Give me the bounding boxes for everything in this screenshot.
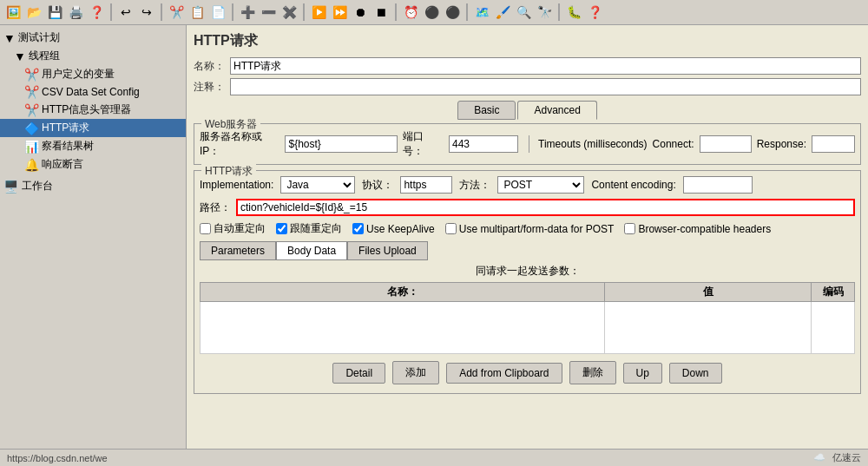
sidebar-item-http-request[interactable]: 🔷 HTTP请求 (0, 119, 186, 137)
toolbar-btn-play[interactable]: ▶️ (309, 3, 328, 22)
toolbar-btn-open[interactable]: 📂 (24, 3, 43, 22)
toolbar-btn-telescope[interactable]: 🔭 (535, 3, 554, 22)
sidebar-item-assertion[interactable]: 🔔 响应断言 (0, 155, 186, 174)
content-area: HTTP请求 名称： 注释： Basic Advanced Web服务器 服务器… (187, 25, 868, 449)
cb-follow-redirect[interactable]: 跟随重定向 (276, 221, 342, 236)
toolbar-btn-map[interactable]: 🗺️ (472, 3, 491, 22)
tab-parameters[interactable]: Parameters (200, 241, 276, 260)
params-table: 名称： 值 编码 (200, 282, 855, 354)
separator2 (161, 3, 162, 21)
cb-multipart-input[interactable] (445, 223, 457, 234)
sidebar-item-user-vars[interactable]: ✂️ 用户定义的变量 (0, 65, 186, 83)
sidebar-item-header-manager[interactable]: ✂️ HTTP信息头管理器 (0, 101, 186, 119)
toolbar-btn-save[interactable]: 💾 (45, 3, 64, 22)
toolbar-btn-stop[interactable]: ⏹ (372, 3, 391, 22)
cb-follow-redirect-input[interactable] (276, 223, 287, 234)
toolbar-btn-search[interactable]: 🔍 (514, 3, 533, 22)
workbench-icon: 🖥️ (3, 180, 18, 194)
down-button[interactable]: Down (669, 363, 722, 384)
toolbar-btn-redo[interactable]: ↪ (137, 3, 156, 22)
impl-label: Implementation: (200, 179, 273, 191)
connect-input[interactable] (700, 135, 752, 153)
header-icon: ✂️ (24, 103, 39, 117)
toolbar-btn-help2[interactable]: ❓ (585, 3, 604, 22)
response-input[interactable] (812, 135, 855, 153)
main-tabs: Basic Advanced (194, 101, 861, 120)
cb-browser-compat[interactable]: Browser-compatible headers (624, 223, 771, 235)
sidebar-item-label: HTTP信息头管理器 (42, 102, 131, 117)
sidebar: ▼ 测试计划 ▼ 线程组 ✂️ 用户定义的变量 ✂️ CSV Data Set … (0, 25, 187, 449)
encoding-label: Content encoding: (591, 179, 675, 191)
name-input[interactable] (230, 57, 861, 75)
path-label: 路径： (200, 200, 231, 215)
table-row-empty (201, 302, 855, 354)
cb-keepalive-label: Use KeepAlive (366, 223, 435, 235)
http-icon: 🔷 (24, 121, 39, 135)
protocol-input[interactable] (400, 176, 452, 194)
add-from-clipboard-button[interactable]: Add from Clipboard (446, 363, 562, 384)
method-label: 方法： (459, 178, 490, 193)
toolbar-btn-debug[interactable]: 🐛 (564, 3, 583, 22)
toolbar-btn-expand[interactable]: ➕ (238, 3, 257, 22)
method-select[interactable]: POST GET PUT DELETE (497, 176, 584, 194)
separator3 (232, 3, 233, 21)
toolbar-btn-collapse[interactable]: ➖ (259, 3, 278, 22)
cb-multipart-label: Use multipart/form-data for POST (459, 223, 615, 235)
web-server-title: Web服务器 (201, 117, 260, 132)
protocol-label: 协议： (362, 178, 393, 193)
cb-keepalive[interactable]: Use KeepAlive (352, 223, 435, 235)
cb-browser-compat-label: Browser-compatible headers (638, 223, 771, 235)
toolbar-btn-dot2[interactable]: ⚫ (443, 3, 462, 22)
page-title: HTTP请求 (194, 32, 861, 50)
comment-input[interactable] (230, 78, 861, 95)
toolbar-btn-record[interactable]: ⏺ (351, 3, 370, 22)
add-button[interactable]: 添加 (392, 361, 439, 384)
toolbar-btn-x[interactable]: ✖️ (279, 3, 299, 22)
toolbar: 🖼️ 📂 💾 🖨️ ❓ ↩ ↪ ✂️ 📋 📄 ➕ ➖ ✖️ ▶️ ⏩ ⏺ ⏹ ⏰… (0, 0, 868, 25)
empty-cell-3 (812, 302, 855, 354)
sidebar-item-csv[interactable]: ✂️ CSV Data Set Config (0, 83, 186, 101)
sidebar-item-label: CSV Data Set Config (42, 86, 140, 98)
toolbar-btn-print[interactable]: 🖨️ (66, 3, 85, 22)
toolbar-btn-copy[interactable]: 📋 (187, 3, 207, 22)
tab-basic[interactable]: Basic (457, 101, 516, 120)
impl-select[interactable]: Java HttpClient4 (280, 176, 355, 194)
detail-button[interactable]: Detail (332, 363, 385, 384)
toolbar-btn-cut[interactable]: ✂️ (167, 3, 186, 22)
toolbar-btn-help[interactable]: ❓ (87, 3, 106, 22)
toolbar-btn-dot1[interactable]: ⚫ (422, 3, 441, 22)
sidebar-item-label: 响应断言 (42, 157, 83, 172)
delete-button[interactable]: 删除 (569, 361, 616, 384)
cb-auto-redirect[interactable]: 自动重定向 (200, 221, 266, 236)
status-bar: https://blog.csdn.net/we ☁️ 亿速云 (0, 449, 868, 466)
up-button[interactable]: Up (623, 363, 662, 384)
user-vars-icon: ✂️ (24, 68, 39, 82)
toolbar-btn-paint[interactable]: 🖌️ (493, 3, 512, 22)
cb-keepalive-input[interactable] (352, 223, 364, 234)
tab-advanced[interactable]: Advanced (517, 101, 596, 120)
encoding-input[interactable] (683, 176, 753, 194)
sidebar-item-view-tree[interactable]: 📊 察看结果树 (0, 137, 186, 155)
sidebar-item-test-plan[interactable]: ▼ 测试计划 (0, 29, 186, 47)
server-input[interactable] (285, 135, 398, 153)
workbench-label: 工作台 (22, 179, 53, 194)
cb-multipart[interactable]: Use multipart/form-data for POST (445, 223, 615, 235)
connect-label: Connect: (653, 138, 694, 150)
path-input[interactable] (236, 199, 855, 216)
toolbar-btn-undo[interactable]: ↩ (116, 3, 135, 22)
toolbar-btn-paste[interactable]: 📄 (208, 3, 227, 22)
cb-auto-redirect-input[interactable] (200, 223, 211, 234)
tab-files-upload[interactable]: Files Upload (347, 241, 428, 260)
cb-browser-compat-input[interactable] (624, 223, 635, 234)
port-input[interactable] (449, 135, 518, 153)
toolbar-btn-icon1[interactable]: 🖼️ (3, 3, 23, 22)
toolbar-btn-timer[interactable]: ⏰ (401, 3, 420, 22)
sidebar-item-workbench[interactable]: 🖥️ 工作台 (0, 177, 186, 195)
sidebar-item-label: 用户定义的变量 (42, 67, 115, 82)
comment-label: 注释： (194, 80, 225, 95)
cloud-label: 亿速云 (832, 451, 861, 464)
toolbar-btn-play2[interactable]: ⏩ (330, 3, 349, 22)
tab-body-data[interactable]: Body Data (276, 241, 347, 260)
params-title: 同请求一起发送参数： (200, 264, 855, 279)
sidebar-item-thread-group[interactable]: ▼ 线程组 (0, 47, 186, 65)
